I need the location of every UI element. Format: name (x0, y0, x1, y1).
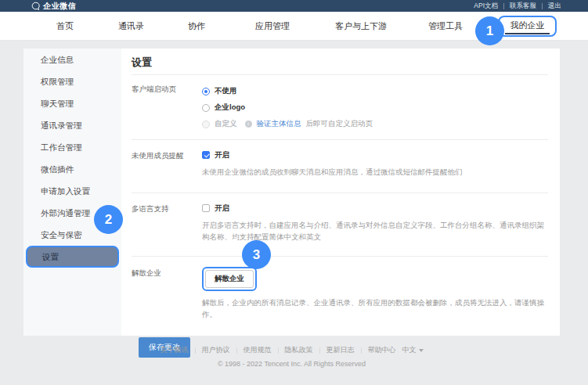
nav-my-company[interactable]: 我的企业 (498, 16, 557, 37)
nav-management-tools[interactable]: 管理工具 (428, 12, 463, 40)
section-label: 多语言支持 (132, 203, 202, 243)
sidebar-item-permissions[interactable]: 权限管理 (23, 70, 121, 92)
language-label: 中文 (402, 345, 417, 355)
changelog-link[interactable]: 更新日志 (326, 345, 355, 355)
separator (542, 3, 543, 9)
annotation-step-1-badge: 1 (475, 16, 504, 45)
checkbox-checked-icon[interactable] (202, 151, 210, 159)
annotation-step-2-badge: 2 (94, 205, 123, 234)
separator (236, 347, 237, 354)
radio-label: 自定义 (215, 119, 237, 129)
nav-collaboration[interactable]: 协作 (188, 12, 205, 40)
section-description: 未使用企业微信的成员收到聊天消息和应用消息，通过微信或短信邮件提醒他们 (202, 166, 548, 178)
nav-contacts[interactable]: 通讯录 (118, 12, 144, 40)
contact-support-link[interactable]: 联系客服 (510, 2, 536, 11)
caret-down-icon (419, 349, 424, 352)
user-agreement-link[interactable]: 用户协议 (202, 345, 230, 355)
page-title: 设置 (132, 49, 560, 74)
section-label: 客户端启动页 (132, 83, 202, 132)
page-footer: 关于腾讯 用户协议 使用规范 隐私政策 更新日志 帮助中心 中文 © 1998 … (23, 345, 560, 368)
checkbox-label[interactable]: 开启 (215, 150, 229, 160)
section-label: 解散企业 (132, 267, 202, 320)
section-description: 解散后，企业内的所有消息记录、企业通讯录、所有应用的数据都会被删除，成员将无法进… (202, 297, 548, 320)
sidebar-item-wechat-plugin[interactable]: 微信插件 (23, 158, 121, 180)
annotation-box-dissolve-button: 解散企业 (202, 267, 257, 291)
chat-bubble-logo-icon (31, 2, 40, 10)
api-docs-link[interactable]: API文档 (474, 2, 498, 11)
separator (503, 3, 504, 9)
nav-home[interactable]: 首页 (56, 12, 74, 40)
content-card: 企业信息 权限管理 聊天管理 通讯录管理 工作台管理 微信插件 申请加入设置 外… (23, 49, 560, 336)
nav-my-company-label: 我的企业 (500, 17, 555, 33)
sidebar-item-company-info[interactable]: 企业信息 (23, 49, 121, 70)
radio-option-company-logo[interactable]: 企业logo (202, 99, 548, 116)
info-icon (245, 121, 252, 128)
language-selector[interactable]: 中文 (402, 345, 424, 355)
sidebar-item-workbench-management[interactable]: 工作台管理 (23, 136, 121, 158)
footer-links: 关于腾讯 用户协议 使用规范 隐私政策 更新日志 帮助中心 中文 (23, 345, 560, 355)
radio-label[interactable]: 企业logo (215, 103, 245, 113)
sidebar-item-join-settings[interactable]: 申请加入设置 (23, 180, 121, 202)
topbar: 企业微信 API文档 联系客服 退出 (0, 0, 588, 12)
radio-unselected-icon[interactable] (202, 104, 210, 112)
dissolve-company-button[interactable]: 解散企业 (205, 270, 254, 288)
section-label: 未使用成员提醒 (132, 149, 202, 178)
sidebar-item-contacts-management[interactable]: 通讯录管理 (23, 114, 121, 136)
note-suffix: 后即可自定义启动页 (306, 119, 373, 129)
radio-label[interactable]: 不使用 (215, 86, 237, 96)
checkbox-label[interactable]: 开启 (215, 203, 229, 214)
nav-customers-upstream-downstream[interactable]: 客户与上下游 (335, 12, 387, 40)
active-tab-underline (505, 33, 550, 34)
radio-option-not-use[interactable]: 不使用 (202, 83, 548, 99)
separator (278, 347, 279, 354)
section-multilanguage-support: 多语言支持 开启 开启多语言支持时，自建应用名与介绍、通讯录与对外信息自定义字段… (132, 193, 560, 256)
brand[interactable]: 企业微信 (31, 1, 76, 12)
verify-identity-link[interactable]: 验证主体信息 (257, 119, 301, 129)
sidebar-item-settings[interactable]: 设置 (26, 246, 119, 268)
help-center-link[interactable]: 帮助中心 (368, 345, 396, 355)
logout-link[interactable]: 退出 (548, 2, 561, 11)
section-dissolve-company: 解散企业 解散企业 解散后，企业内的所有消息记录、企业通讯录、所有应用的数据都会… (132, 257, 560, 326)
radio-disabled-icon (202, 121, 210, 128)
usage-rules-link[interactable]: 使用规范 (243, 345, 272, 355)
separator (319, 347, 320, 354)
topbar-links: API文档 联系客服 退出 (474, 2, 561, 11)
copyright-text: © 1998 - 2022 Tencent Inc. All Rights Re… (23, 360, 560, 368)
section-client-launch-page: 客户端启动页 不使用 企业logo 自定义 验证主体信息 (132, 75, 560, 139)
enterprise-wechat-admin-page: 企业微信 API文档 联系客服 退出 首页 通讯录 协作 应用管理 客户与上下游… (0, 0, 588, 385)
app-title: 企业微信 (43, 1, 76, 12)
reminder-enable-toggle[interactable]: 开启 (202, 149, 548, 160)
settings-panel: 设置 客户端启动页 不使用 企业logo 自定义 (121, 49, 560, 336)
radio-selected-icon[interactable] (202, 88, 210, 95)
checkbox-unchecked-icon[interactable] (202, 204, 210, 212)
sidebar-item-chat-management[interactable]: 聊天管理 (23, 92, 121, 114)
separator (195, 347, 196, 354)
radio-option-custom: 自定义 验证主体信息 后即可自定义启动页 (202, 116, 548, 132)
settings-sidebar: 企业信息 权限管理 聊天管理 通讯录管理 工作台管理 微信插件 申请加入设置 外… (23, 49, 121, 336)
nav-app-management[interactable]: 应用管理 (255, 12, 290, 40)
privacy-policy-link[interactable]: 隐私政策 (285, 345, 313, 355)
section-unused-member-reminder: 未使用成员提醒 开启 未使用企业微信的成员收到聊天消息和应用消息，通过微信或短信… (132, 140, 560, 192)
annotation-step-3-badge: 3 (242, 240, 271, 269)
about-tencent-link[interactable]: 关于腾讯 (161, 345, 189, 355)
separator (361, 347, 362, 354)
multilang-enable-toggle[interactable]: 开启 (202, 203, 548, 214)
section-description: 开启多语言支持时，自建应用名与介绍、通讯录与对外信息自定义字段、工作台分组名称、… (202, 219, 548, 243)
